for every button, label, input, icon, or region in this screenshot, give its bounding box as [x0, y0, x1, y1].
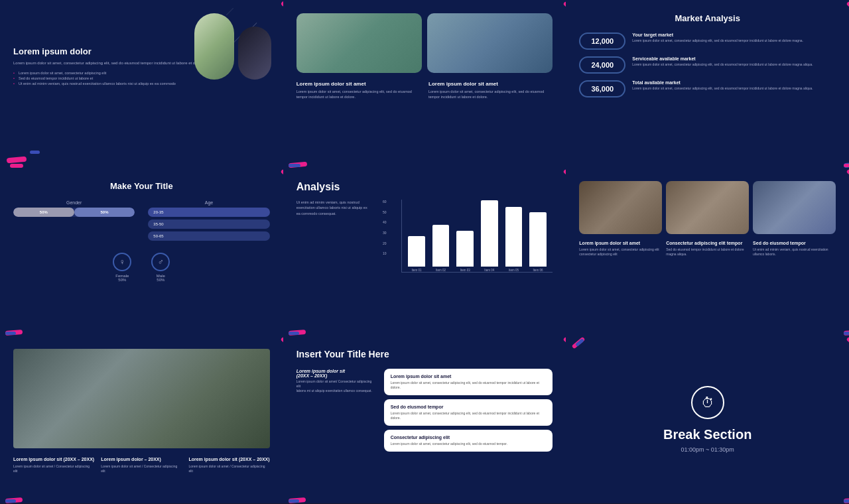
slide-9: ⏱ Break Section 01:00pm ~ 01:30pm [566, 336, 849, 503]
photo-right [427, 13, 553, 73]
y-axis: 60 50 40 30 20 10 [376, 200, 387, 262]
market-desc-1: Your target market Lorem ipsum dolor sit… [632, 32, 836, 43]
age-bar-3: 50-65 [148, 231, 269, 241]
col-2: Lorem ipsum dolor sit amet Lorem ipsum d… [428, 81, 553, 99]
bar-6 [529, 212, 547, 267]
slide-6: Lorem ipsum dolor sit amet Lorem ipsum d… [566, 168, 849, 336]
caption-3: Sed do eiusmod tempor Ut enim ad minim v… [753, 241, 836, 257]
bar-4 [481, 200, 498, 267]
market-row-2: 24,000 Serviceable available market Lore… [579, 56, 836, 74]
slide-4: Make Your Title Gender 50% 50% Age 20-35… [0, 168, 283, 336]
slide4-title: Make Your Title [13, 181, 270, 191]
age-bar-2: 35-50 [148, 220, 269, 229]
bar-1 [408, 236, 425, 267]
slide-8: Insert Your Title Here Lorem ipsum dolor… [283, 336, 566, 503]
s7-col-2: Lorem ipsum dolor – 20XX) Lorem ipsum do… [101, 456, 182, 473]
s8-layout: Lorem ipsum dolor sit(20XX – 20XX) Lorem… [296, 369, 553, 452]
col1-text: Lorem ipsum dolor sit amet, consectetur … [296, 90, 421, 99]
break-title: Break Section [663, 427, 751, 442]
bar-5 [505, 207, 523, 267]
break-icon: ⏱ [691, 386, 724, 419]
market-desc-3: Total available market Lorem ipsum dolor… [632, 80, 836, 91]
male-fill: 50% [74, 208, 135, 217]
gender-age-row: Gender 50% 50% Age 20-35 35-50 50-65 [13, 200, 270, 243]
bottom-captions-s7: Lorem ipsum dolor sit (20XX – 20XX) Lore… [13, 456, 270, 473]
left-date-1: Lorem ipsum dolor sit(20XX – 20XX) [296, 369, 376, 378]
s6-photo-3 [753, 181, 836, 234]
gender-col: Gender 50% 50% [13, 200, 135, 243]
slide8-title: Insert Your Title Here [296, 349, 553, 359]
analysis-title: Analysis [296, 181, 553, 193]
content-row: Lorem ipsum dolor sit amet Lorem ipsum d… [296, 81, 553, 99]
market-value-1: 12,000 [579, 32, 625, 50]
male-icon-item: ♂ Male50% [151, 253, 170, 282]
bar-3 [456, 231, 474, 267]
col2-title: Lorem ipsum dolor sit amet [428, 81, 553, 87]
age-label: Age [148, 200, 269, 205]
market-desc-2: Serviceable available market Lorem ipsum… [632, 56, 836, 67]
col1-title: Lorem ipsum dolor sit amet [296, 81, 421, 87]
photos-row [296, 13, 553, 73]
chart-area: Ut enim ad minim veniam, quis nostrud ex… [296, 200, 553, 273]
male-icon: ♂ [151, 253, 170, 271]
female-icon-item: ♀ Female50% [113, 253, 131, 282]
card-1: Lorem ipsum dolor sit amet Lorem ipsum d… [384, 369, 553, 395]
age-col: Age 20-35 35-50 50-65 [148, 200, 269, 243]
bar-2 [432, 225, 450, 267]
break-time: 01:00pm ~ 01:30pm [681, 446, 734, 453]
s7-col-1: Lorem ipsum dolor sit (20XX – 20XX) Lore… [13, 456, 94, 473]
slide-3: Market Analysis 12,000 Your target marke… [566, 0, 849, 168]
captions-row: Lorem ipsum dolor sit amet Lorem ipsum d… [579, 241, 836, 257]
female-icon: ♀ [113, 253, 131, 271]
bar-item-2: Item 02 [428, 200, 453, 272]
caption-2: Consectetur adipiscing elit tempor Sed d… [666, 241, 749, 257]
female-label: Female50% [115, 274, 129, 282]
bar-chart: Item 01 Item 02 Item 03 Item 04 Item 05 [401, 200, 553, 273]
bar-item-4: Item 04 [477, 200, 501, 272]
col2-text: Lorem ipsum dolor sit amet, consectetur … [428, 90, 553, 99]
gender-label: Gender [13, 200, 135, 205]
title-italic: Insert Your [296, 349, 348, 359]
market-value-2: 24,000 [579, 56, 625, 74]
photo-2 [238, 27, 271, 80]
bullet-item-3: Ut enim ad minim veniam, quis nostrud ex… [13, 82, 270, 86]
s6-photo-2 [666, 181, 749, 234]
s7-col-3: Lorem ipsum dolor sit (20XX – 20XX) Lore… [188, 456, 269, 473]
age-bar-1: 20-35 [148, 208, 269, 217]
bar-item-1: Item 01 [405, 200, 429, 272]
bar-item-6: Item 06 [526, 200, 551, 272]
photo-left [296, 13, 422, 73]
left-item-1: Lorem ipsum dolor sit(20XX – 20XX) Lorem… [296, 369, 376, 393]
market-row-1: 12,000 Your target market Lorem ipsum do… [579, 32, 836, 50]
main-photo-s7 [13, 349, 270, 448]
bar-item-5: Item 05 [501, 200, 526, 272]
slide-1: Lorem ipsum dolor Lorem ipsum dolor sit … [0, 0, 283, 168]
s6-photo-1 [579, 181, 662, 234]
photos-row-s6 [579, 181, 836, 234]
caption-1: Lorem ipsum dolor sit amet Lorem ipsum d… [579, 241, 662, 257]
card-3: Consectetur adipiscing elit Lorem ipsum … [384, 430, 553, 452]
col-1: Lorem ipsum dolor sit amet Lorem ipsum d… [296, 81, 421, 99]
left-text-1: Lorem ipsum dolor sit amet/ Consectetur … [296, 379, 376, 393]
s8-right-panel: Lorem ipsum dolor sit amet Lorem ipsum d… [384, 369, 553, 452]
slide-7: Lorem ipsum dolor sit (20XX – 20XX) Lore… [0, 336, 283, 503]
gender-icons: ♀ Female50% ♂ Male50% [13, 253, 270, 282]
slide-2: Lorem ipsum dolor sit amet Lorem ipsum d… [283, 0, 566, 168]
s8-left-panel: Lorem ipsum dolor sit(20XX – 20XX) Lorem… [296, 369, 376, 452]
slide-5: Analysis Ut enim ad minim veniam, quis n… [283, 168, 566, 336]
gender-bar: 50% 50% [13, 208, 135, 217]
chart-description: Ut enim ad minim veniam, quis nostrud ex… [296, 200, 369, 273]
card-2: Sed do eiusmod tempor Lorem ipsum dolor … [384, 399, 553, 426]
photo-1 [194, 13, 234, 80]
bottom-shapes [7, 157, 27, 162]
market-title: Market Analysis [579, 13, 836, 23]
female-fill: 50% [13, 208, 74, 217]
market-value-3: 36,000 [579, 80, 625, 97]
male-label: Male50% [157, 274, 165, 282]
chart-container: 60 50 40 30 20 10 Item 01 Item 02 [376, 200, 553, 273]
bar-item-3: Item 03 [453, 200, 478, 272]
market-row-3: 36,000 Total available market Lorem ipsu… [579, 80, 836, 97]
title-normal: Title Here [347, 349, 389, 359]
photo-area [194, 13, 271, 80]
